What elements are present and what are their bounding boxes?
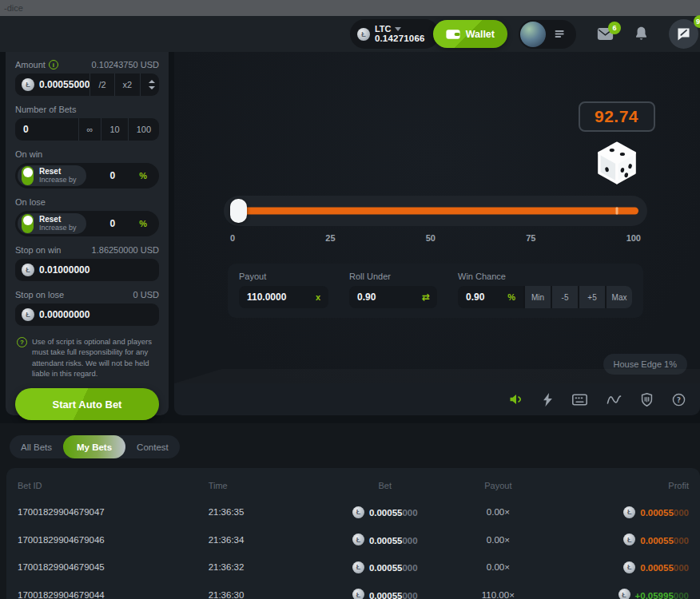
win-chance-value-area[interactable]: 0.90 % bbox=[458, 286, 523, 308]
bet-payout: 0.00× bbox=[435, 507, 562, 517]
bet-profit: +0.05995000 bbox=[562, 588, 689, 599]
on-lose-field: On lose Reset Increase by 0 % bbox=[15, 197, 159, 236]
info-icon[interactable] bbox=[49, 60, 58, 69]
bet-list-button[interactable] bbox=[553, 27, 567, 41]
on-win-mode-toggle[interactable]: Reset Increase by bbox=[18, 165, 86, 186]
roll-under-input[interactable]: 0.90 ⇄ bbox=[349, 286, 437, 308]
win-chance-percent-suffix: % bbox=[507, 292, 523, 302]
win-chance-input: 0.90 % Min -5 +5 Max bbox=[458, 286, 632, 308]
bet-amount: 0.00055000 bbox=[336, 560, 435, 574]
messages-button[interactable]: 6 bbox=[597, 27, 614, 41]
on-lose-mode-toggle[interactable]: Reset Increase by bbox=[18, 213, 86, 234]
number-of-bets-field: Number of Bets 0 ∞ 10 100 bbox=[15, 105, 159, 141]
stop-on-lose-input[interactable]: 0.00000000 bbox=[15, 303, 159, 326]
double-amount-button[interactable]: x2 bbox=[114, 73, 141, 96]
tick-75: 75 bbox=[526, 233, 535, 243]
hotkeys-button[interactable] bbox=[572, 394, 587, 406]
number-of-bets-input[interactable]: 0 ∞ 10 100 bbox=[15, 118, 159, 141]
table-row[interactable]: 17001829904679047 21:36:35 0.00055000 0.… bbox=[6, 498, 700, 526]
notifications-button[interactable] bbox=[634, 26, 648, 42]
wallet-button[interactable]: Wallet bbox=[433, 20, 507, 48]
toggle-icon bbox=[22, 166, 34, 185]
bets-table-header: Bet ID Time Bet Payout Profit bbox=[6, 468, 700, 498]
stop-lose-usd: 0 USD bbox=[133, 290, 159, 300]
chat-badge: 99 bbox=[694, 15, 700, 28]
bet-id: 17001829904679044 bbox=[18, 590, 209, 599]
win-chance-value: 0.90 bbox=[458, 292, 507, 303]
slider-handle[interactable] bbox=[230, 199, 247, 223]
currency-selector[interactable]: LTC 0.14271066 bbox=[350, 19, 439, 49]
roll-under-group: Roll Under 0.90 ⇄ bbox=[349, 272, 437, 308]
ltc-coin-icon bbox=[352, 534, 364, 545]
slider-fill-bar bbox=[243, 208, 638, 215]
chat-button[interactable]: 99 bbox=[669, 19, 698, 49]
tick-50: 50 bbox=[426, 233, 436, 243]
bet-amount: 0.00055000 bbox=[336, 505, 435, 519]
currency-code: LTC bbox=[375, 24, 392, 34]
ten-bets-button[interactable]: 10 bbox=[101, 118, 127, 141]
bet-time: 21:36:32 bbox=[209, 562, 336, 572]
roll-result-box: 92.74 bbox=[579, 101, 655, 132]
start-auto-bet-button[interactable]: Start Auto Bet bbox=[15, 388, 159, 420]
tab-all-bets[interactable]: All Bets bbox=[10, 435, 63, 458]
col-time: Time bbox=[209, 481, 336, 490]
tick-25: 25 bbox=[325, 233, 335, 243]
on-lose-percent: % bbox=[139, 219, 147, 228]
swap-over-under-icon[interactable]: ⇄ bbox=[422, 292, 437, 303]
infinity-bets-button[interactable]: ∞ bbox=[78, 118, 101, 141]
wallet-button-label: Wallet bbox=[466, 29, 495, 40]
bet-amount: 0.00055000 bbox=[336, 588, 435, 599]
ltc-coin-icon bbox=[623, 561, 635, 573]
chance-max-button[interactable]: Max bbox=[605, 286, 632, 308]
roll-under-label: Roll Under bbox=[349, 272, 437, 281]
on-win-field: On win Reset Increase by 0 % bbox=[15, 149, 159, 188]
turbo-bet-button[interactable] bbox=[543, 393, 553, 407]
table-row[interactable]: 17001829904679045 21:36:32 0.00055000 0.… bbox=[6, 553, 700, 581]
live-stats-button[interactable] bbox=[607, 394, 622, 406]
bet-time: 21:36:30 bbox=[209, 590, 336, 599]
chance-min-button[interactable]: Min bbox=[523, 286, 551, 308]
fairness-button[interactable] bbox=[641, 393, 653, 407]
question-icon bbox=[17, 337, 27, 347]
payout-value: 110.0000 bbox=[239, 292, 316, 303]
table-row[interactable]: 17001829904679046 21:36:34 0.00055000 0.… bbox=[6, 526, 700, 554]
payout-input[interactable]: 110.0000 x bbox=[239, 286, 328, 308]
half-amount-button[interactable]: /2 bbox=[89, 73, 113, 96]
roll-slider-track[interactable] bbox=[224, 196, 647, 226]
avatar[interactable] bbox=[520, 22, 546, 47]
col-bet: Bet bbox=[336, 481, 435, 490]
stop-lose-value: 0.00000000 bbox=[39, 309, 159, 320]
stop-on-win-input[interactable]: 0.01000000 bbox=[15, 259, 159, 281]
bets-table: Bet ID Time Bet Payout Profit 1700182990… bbox=[6, 468, 700, 599]
col-profit: Profit bbox=[562, 481, 689, 490]
bet-id: 17001829904679046 bbox=[18, 535, 209, 545]
hundred-bets-button[interactable]: 100 bbox=[128, 118, 159, 141]
on-win-percent: % bbox=[139, 171, 147, 180]
chance-plus5-button[interactable]: +5 bbox=[578, 286, 605, 308]
script-disclaimer: Use of script is optional and players mu… bbox=[17, 336, 157, 379]
ltc-coin-icon bbox=[352, 561, 364, 573]
amount-input[interactable]: 0.00055000 /2 x2 bbox=[15, 73, 159, 96]
payout-label: Payout bbox=[239, 272, 328, 281]
ltc-coin-icon bbox=[22, 308, 34, 321]
bell-icon bbox=[634, 26, 648, 42]
trends-wave-icon bbox=[607, 394, 622, 406]
tab-contest[interactable]: Contest bbox=[125, 435, 180, 458]
bet-profit: 0.00055000 bbox=[562, 560, 689, 574]
amount-stepper[interactable] bbox=[140, 73, 163, 96]
sound-toggle-button[interactable] bbox=[509, 393, 523, 406]
game-inputs-row: Payout 110.0000 x Roll Under 0.90 ⇄ Win … bbox=[228, 264, 643, 318]
chance-minus5-button[interactable]: -5 bbox=[551, 286, 578, 308]
on-lose-value[interactable]: 0 bbox=[86, 218, 140, 229]
tab-my-bets[interactable]: My Bets bbox=[63, 435, 125, 458]
ltc-coin-icon bbox=[618, 589, 630, 599]
window-titlebar: -dice bbox=[0, 0, 700, 16]
help-button[interactable]: ? bbox=[672, 393, 686, 407]
chevron-down-icon bbox=[395, 27, 401, 31]
bet-profit: 0.00055000 bbox=[562, 533, 689, 547]
table-row[interactable]: 17001829904679044 21:36:30 0.00055000 11… bbox=[6, 581, 700, 599]
bets-value: 0 bbox=[23, 124, 78, 135]
bets-history-section: All Bets My Bets Contest Bet ID Time Bet… bbox=[0, 423, 700, 599]
on-win-value[interactable]: 0 bbox=[86, 170, 140, 181]
dice-wrap bbox=[595, 140, 639, 189]
